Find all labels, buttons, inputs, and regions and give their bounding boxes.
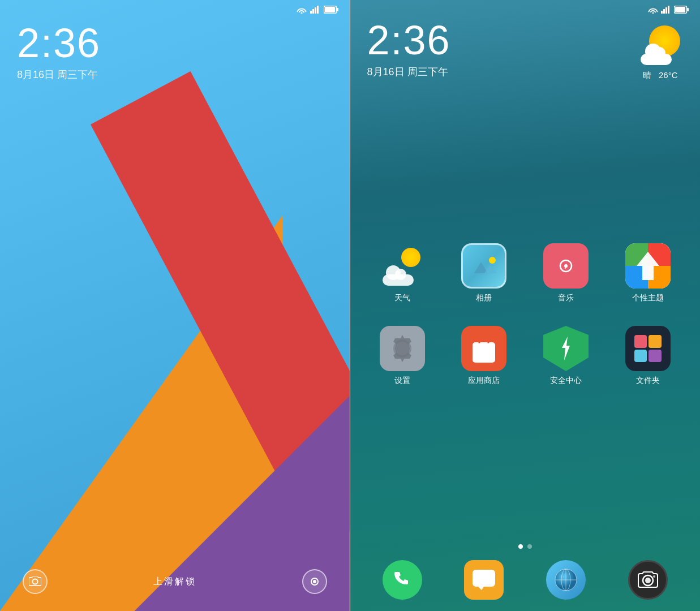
cloud-body xyxy=(641,54,672,65)
folder-cell-1 xyxy=(634,335,647,348)
folder-cell-2 xyxy=(649,335,662,348)
signal-icon xyxy=(310,6,320,15)
svg-rect-3 xyxy=(317,6,319,14)
app-settings[interactable]: 设置 xyxy=(368,326,436,386)
lock-time: 2:36 xyxy=(17,23,101,63)
wifi-icon xyxy=(297,6,307,15)
svg-rect-30 xyxy=(473,342,495,363)
weather-app-cloud xyxy=(383,266,414,286)
settings-app-label: 设置 xyxy=(394,376,410,386)
svg-rect-12 xyxy=(665,7,667,14)
weather-app-label: 天气 xyxy=(394,293,410,303)
folder-cell-3 xyxy=(634,350,647,363)
app-music[interactable]: ♪ 音乐 xyxy=(532,243,600,303)
dock-phone[interactable] xyxy=(383,560,422,600)
svg-rect-2 xyxy=(315,7,316,14)
app-row-2: 设置 应用商店 xyxy=(362,326,689,386)
lock-camera-button[interactable] xyxy=(23,569,48,594)
folder-app-label: 文件夹 xyxy=(636,376,660,386)
settings-app-icon xyxy=(380,326,425,371)
appstore-app-icon xyxy=(461,326,506,371)
svg-point-7 xyxy=(33,579,38,584)
gallery-app-icon xyxy=(461,243,506,289)
weather-app-cloud-body xyxy=(383,274,414,286)
lock-background xyxy=(0,0,350,611)
security-app-label: 安全中心 xyxy=(550,376,582,386)
weather-condition-text: 晴 26°C xyxy=(643,70,677,81)
page-dots xyxy=(350,544,701,549)
home-battery-icon xyxy=(674,6,689,15)
theme-app-label: 个性主题 xyxy=(632,293,664,303)
home-wifi-icon xyxy=(648,6,658,15)
app-gallery[interactable]: 相册 xyxy=(450,243,518,303)
theme-app-icon xyxy=(625,243,671,289)
weather-app-sun xyxy=(401,248,420,267)
app-grid: 天气 相册 xyxy=(350,243,701,408)
page-dot-2 xyxy=(527,544,532,549)
appstore-app-label: 应用商店 xyxy=(468,376,500,386)
music-app-label: 音乐 xyxy=(558,293,574,303)
app-appstore[interactable]: 应用商店 xyxy=(450,326,518,386)
svg-point-20 xyxy=(489,257,496,264)
weather-app-icon xyxy=(380,243,425,289)
lock-bottom-bar: 上滑解锁 xyxy=(0,569,350,594)
svg-marker-34 xyxy=(478,587,484,590)
svg-text:♪: ♪ xyxy=(564,261,568,270)
dock-browser[interactable] xyxy=(546,560,586,600)
dock-camera[interactable] xyxy=(628,560,668,600)
svg-marker-19 xyxy=(484,265,497,273)
svg-rect-33 xyxy=(473,570,495,587)
home-status-bar xyxy=(350,6,701,15)
app-weather[interactable]: 天气 xyxy=(368,243,436,303)
security-app-icon xyxy=(543,326,589,371)
svg-rect-5 xyxy=(337,8,338,11)
weather-widget[interactable]: 晴 26°C xyxy=(638,23,683,81)
svg-rect-1 xyxy=(312,9,314,14)
weather-cloud xyxy=(641,47,672,65)
dock-message[interactable] xyxy=(464,560,504,600)
music-app-icon: ♪ xyxy=(543,243,589,289)
dock xyxy=(350,560,701,600)
lock-record-button[interactable] xyxy=(302,569,327,594)
page-dot-1 xyxy=(518,544,523,549)
home-status-icons xyxy=(648,6,689,15)
lock-header: 2:36 8月16日 周三下午 xyxy=(17,23,101,81)
home-date: 8月16日 周三下午 xyxy=(367,65,451,79)
folder-cell-4 xyxy=(649,350,662,363)
home-signal-icon xyxy=(661,6,671,15)
lock-date: 8月16日 周三下午 xyxy=(17,68,101,81)
battery-icon xyxy=(324,6,338,15)
unlock-text: 上滑解锁 xyxy=(153,576,196,588)
svg-rect-16 xyxy=(675,7,685,12)
folder-app-icon xyxy=(625,326,671,371)
svg-rect-13 xyxy=(668,6,669,14)
svg-rect-11 xyxy=(663,9,665,14)
svg-point-41 xyxy=(645,578,651,583)
home-header: 2:36 8月16日 周三下午 晴 26°C xyxy=(367,20,684,81)
svg-rect-6 xyxy=(325,7,335,12)
svg-rect-0 xyxy=(310,11,312,14)
home-time: 2:36 xyxy=(367,20,451,61)
app-security[interactable]: 安全中心 xyxy=(532,326,600,386)
lock-screen[interactable]: 2:36 8月16日 周三下午 上滑解锁 xyxy=(0,0,350,611)
gallery-app-label: 相册 xyxy=(476,293,492,303)
app-folder[interactable]: 文件夹 xyxy=(614,326,682,386)
svg-rect-10 xyxy=(661,11,663,14)
app-theme[interactable]: 个性主题 xyxy=(614,243,682,303)
home-screen[interactable]: 2:36 8月16日 周三下午 晴 26°C xyxy=(350,0,701,611)
weather-icon-display xyxy=(638,23,683,68)
app-row-1: 天气 相册 xyxy=(362,243,689,303)
lock-status-bar xyxy=(297,6,338,15)
svg-rect-15 xyxy=(687,8,689,11)
svg-point-42 xyxy=(653,575,655,578)
svg-point-9 xyxy=(313,580,316,583)
folder-grid-items xyxy=(634,335,662,362)
